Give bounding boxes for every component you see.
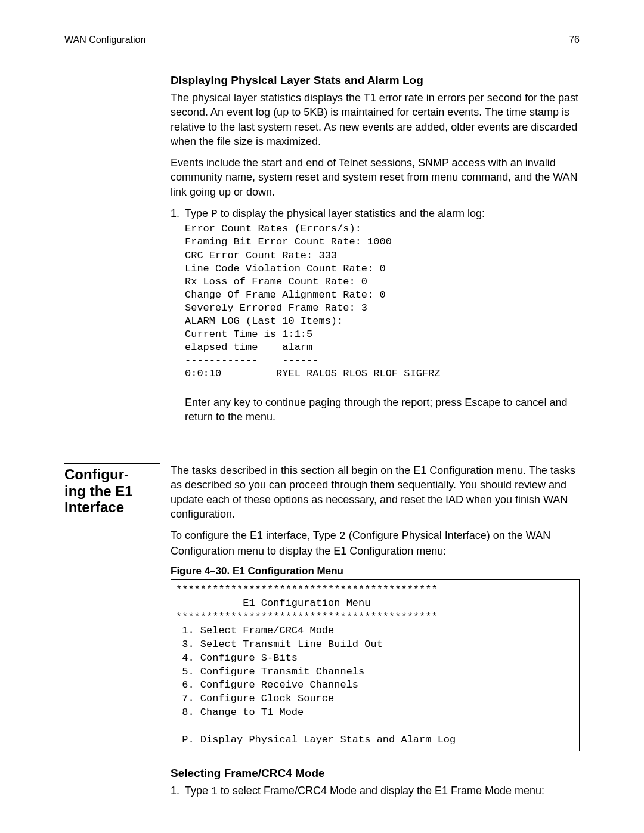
horizontal-rule — [64, 463, 160, 464]
section-heading-e1: Configur- ing the E1 Interface — [64, 466, 166, 516]
header-left: WAN Configuration — [64, 35, 145, 45]
header-page-number: 76 — [569, 35, 580, 45]
body-text: To configure the E1 interface, Type 2 (C… — [171, 528, 580, 558]
inline-code: 2 — [339, 530, 346, 542]
step-number: 1. — [171, 784, 185, 798]
section-heading-stats: Displaying Physical Layer Stats and Alar… — [171, 74, 580, 87]
figure-caption: Figure 4–30. E1 Configuration Menu — [171, 565, 580, 577]
step-number: 1. — [171, 206, 185, 221]
step-text: Type P to display the physical layer sta… — [185, 206, 580, 221]
inline-code: P — [211, 208, 218, 220]
body-text: Events include the start and end of Teln… — [171, 156, 580, 199]
step-text: Type 1 to select Frame/CRC4 Mode and dis… — [185, 784, 580, 798]
body-text: Enter any key to continue paging through… — [185, 395, 580, 425]
terminal-output: Error Count Rates (Errors/s): Framing Bi… — [185, 222, 580, 380]
section-heading-frame: Selecting Frame/CRC4 Mode — [171, 767, 580, 780]
figure-box: ****************************************… — [171, 579, 580, 751]
body-text: The tasks described in this section all … — [171, 463, 580, 521]
body-text: The physical layer statistics displays t… — [171, 91, 580, 148]
inline-code: 1 — [211, 785, 218, 797]
